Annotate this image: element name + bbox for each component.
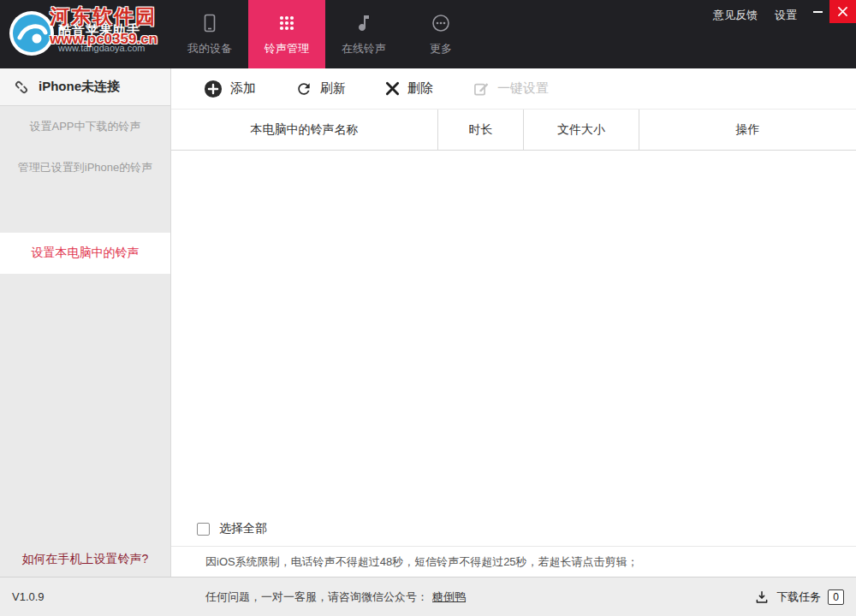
titlebar: 酷音苹果助手 www.tangdaoya.com 河东软件园 www.pc035… — [0, 0, 856, 68]
dialpad-icon — [276, 13, 297, 33]
toolbar: 添加 刷新 删除 — [171, 68, 856, 110]
close-button[interactable] — [829, 0, 856, 23]
footer: V1.0.9 任何问题，一对一客服，请咨询微信公众号： 糖倒鸭 下载任务 0 — [0, 577, 856, 616]
select-all-label: 选择全部 — [219, 521, 267, 536]
support-area: 任何问题，一对一客服，请咨询微信公众号： 糖倒鸭 — [171, 589, 754, 605]
close-icon — [838, 7, 847, 16]
table-body-empty — [171, 151, 856, 512]
x-icon — [385, 81, 400, 96]
brand-text: 酷音苹果助手 www.tangdaoya.com — [58, 22, 146, 53]
sidebar-item-iphone-ringtones[interactable]: 管理已设置到iPhone的铃声 — [0, 147, 170, 188]
plus-circle-icon — [204, 80, 223, 98]
minimize-icon — [813, 11, 823, 13]
table-header: 本电脑中的铃声名称 时长 文件大小 操作 — [171, 110, 856, 151]
device-status-row: iPhone未连接 — [0, 68, 170, 106]
more-icon — [431, 13, 451, 33]
main-nav: 我的设备 铃声管理 在线铃声 — [171, 0, 479, 68]
app-logo — [9, 10, 55, 56]
refresh-label: 刷新 — [320, 80, 346, 97]
support-text: 任何问题，一对一客服，请咨询微信公众号： — [205, 589, 428, 605]
settings-link[interactable]: 设置 — [766, 0, 805, 31]
onekey-label: 一键设置 — [497, 80, 549, 97]
feedback-link[interactable]: 意见反馈 — [704, 0, 766, 31]
titlebar-controls: 意见反馈 设置 — [704, 0, 856, 31]
help-link[interactable]: 如何在手机上设置铃声? — [0, 552, 170, 567]
column-duration: 时长 — [438, 110, 524, 150]
wechat-account-link[interactable]: 糖倒鸭 — [432, 589, 466, 605]
column-operation: 操作 — [639, 110, 856, 150]
sidebar-item-app-downloaded-ringtones[interactable]: 设置APP中下载的铃声 — [0, 106, 170, 147]
tab-online-ringtone[interactable]: 在线铃声 — [325, 0, 402, 68]
refresh-icon — [295, 80, 312, 98]
delete-button[interactable]: 删除 — [385, 80, 433, 97]
tab-label: 我的设备 — [187, 41, 232, 56]
device-status: iPhone未连接 — [39, 79, 120, 95]
music-note-icon — [354, 13, 374, 33]
select-all-row: 选择全部 — [171, 512, 856, 546]
add-label: 添加 — [230, 80, 256, 97]
sidebar-item-local-ringtones[interactable]: 设置本电脑中的铃声 — [0, 233, 170, 274]
smartphone-icon — [199, 13, 220, 33]
app-website: www.tangdaoya.com — [58, 43, 146, 53]
download-tasks-button[interactable]: 下载任务 0 — [754, 589, 856, 605]
tab-label: 更多 — [430, 41, 452, 56]
ios-limit-notice: 因iOS系统限制，电话铃声不得超过48秒，短信铃声不得超过25秒，若超长请点击剪… — [171, 546, 856, 577]
version-label: V1.0.9 — [0, 590, 171, 603]
delete-label: 删除 — [407, 80, 433, 97]
tab-label: 铃声管理 — [265, 41, 309, 56]
download-count-badge: 0 — [828, 589, 844, 605]
sidebar: iPhone未连接 设置APP中下载的铃声 管理已设置到iPhone的铃声 设置… — [0, 68, 171, 577]
tab-label: 在线铃声 — [342, 41, 386, 56]
tab-my-device[interactable]: 我的设备 — [171, 0, 248, 68]
column-file-size: 文件大小 — [524, 110, 639, 150]
add-button[interactable]: 添加 — [204, 80, 256, 98]
download-icon — [754, 589, 770, 605]
broken-link-icon — [12, 78, 31, 97]
onekey-setup-button[interactable]: 一键设置 — [473, 80, 549, 98]
select-all-checkbox[interactable] — [197, 523, 210, 536]
edit-box-icon — [473, 80, 490, 98]
download-label: 下载任务 — [776, 589, 821, 605]
main-content: 添加 刷新 删除 — [171, 68, 856, 577]
tab-more[interactable]: 更多 — [402, 0, 479, 68]
tab-ringtone-manage[interactable]: 铃声管理 — [248, 0, 325, 68]
refresh-button[interactable]: 刷新 — [295, 80, 346, 98]
minimize-button[interactable] — [805, 0, 829, 23]
app-window: 酷音苹果助手 www.tangdaoya.com 河东软件园 www.pc035… — [0, 0, 856, 616]
column-ringtone-name: 本电脑中的铃声名称 — [171, 110, 438, 150]
app-name: 酷音苹果助手 — [58, 22, 146, 38]
